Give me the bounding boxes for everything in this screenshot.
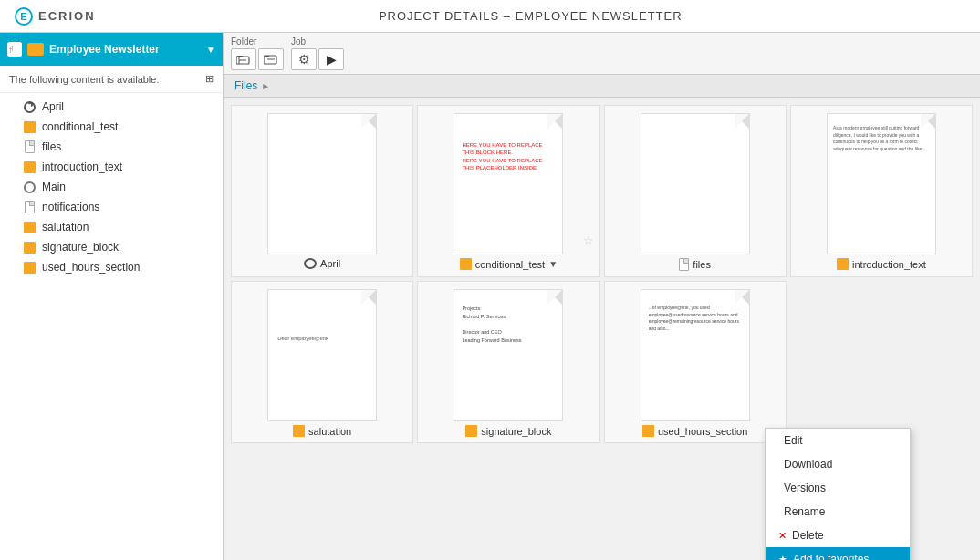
sidebar-item-main[interactable]: Main <box>0 177 223 197</box>
menu-item-versions-label: Versions <box>784 482 826 494</box>
file-icon <box>679 258 689 271</box>
file-dropdown-arrow[interactable]: ▼ <box>548 259 558 269</box>
file-item-salutation[interactable]: Dear employee@link salutation <box>231 281 413 443</box>
menu-item-favorites-label: Add to favorites <box>793 553 869 560</box>
box-orange-icon <box>293 425 305 437</box>
job-label: Job <box>291 36 306 47</box>
box-orange-icon <box>460 258 472 270</box>
notification-file-icon <box>22 200 36 214</box>
thumb-content: ...of employee@link, you used employee@u… <box>641 290 749 332</box>
file-thumbnail-used-hours: ...of employee@link, you used employee@u… <box>641 289 750 421</box>
box-orange-icon <box>22 260 36 275</box>
file-item-conditional-test[interactable]: HERE YOU HAVE TO REPLACE THIS BLOCK HERE… <box>417 105 599 277</box>
box-orange-icon <box>465 425 477 437</box>
menu-item-download-label: Download <box>784 458 832 471</box>
main-icon <box>22 180 36 194</box>
folder-toolbar-group: Folder <box>231 36 284 70</box>
thumb-content: Projects:Richard P. ServicesDirector and… <box>454 290 528 345</box>
box-orange-icon <box>22 119 36 134</box>
thumb-content: Dear employee@link <box>268 290 338 341</box>
sidebar-items-list: April conditional_test files <box>0 93 223 281</box>
file-grid-row2: Dear employee@link salutation Projects:R… <box>231 281 973 443</box>
sidebar-title: Employee Newsletter <box>49 43 201 56</box>
sidebar-item-label: April <box>42 100 64 113</box>
files-link[interactable]: Files <box>235 79 257 92</box>
file-item-empty <box>790 281 973 443</box>
box-orange-icon <box>642 425 654 437</box>
file-name-april: April <box>320 258 340 269</box>
job-buttons: ⚙ ▶ <box>291 48 344 70</box>
sidebar-item-notifications[interactable]: notifications <box>0 197 223 217</box>
job-toolbar-group: Job ⚙ ▶ <box>291 36 344 70</box>
context-menu: Edit Download Versions Rename ✕ Delete <box>765 428 911 560</box>
sidebar-header: ↑ Employee Newsletter ▼ <box>0 33 223 66</box>
folder-buttons <box>231 48 284 70</box>
file-item-april[interactable]: April <box>231 105 413 277</box>
thumb-content: As a modern employee still putting forwa… <box>828 114 935 152</box>
file-name-files: files <box>693 259 711 270</box>
menu-item-delete[interactable]: ✕ Delete <box>766 524 910 547</box>
menu-item-edit[interactable]: Edit <box>766 429 910 452</box>
menu-item-rename-label: Rename <box>784 505 825 518</box>
file-footer-files: files <box>612 258 778 271</box>
sidebar-dropdown-arrow[interactable]: ▼ <box>206 45 215 55</box>
box-orange-icon <box>837 258 849 270</box>
file-grid-container: April HERE YOU HAVE TO REPLACE THIS BLOC… <box>224 98 980 560</box>
files-breadcrumb: Files ► <box>224 75 980 98</box>
box-orange-icon <box>22 220 36 234</box>
file-footer-used-hours: used_hours_section <box>612 425 778 437</box>
logo-icon: E <box>15 7 33 26</box>
sidebar-item-label: signature_block <box>42 241 119 254</box>
sidebar-item-label: notifications <box>42 201 99 213</box>
cycle-icon <box>22 99 36 114</box>
sidebar-item-signature-block[interactable]: signature_block <box>0 237 223 257</box>
file-footer-conditional-test: conditional_test ▼ <box>425 258 591 270</box>
box-orange-icon <box>22 160 36 174</box>
menu-item-edit-label: Edit <box>784 434 803 447</box>
sidebar: ↑ Employee Newsletter ▼ The following co… <box>0 33 224 560</box>
sidebar-item-files[interactable]: files <box>0 137 223 157</box>
file-item-files[interactable]: files <box>604 105 787 277</box>
folder-settings-button[interactable] <box>258 48 284 70</box>
file-footer-introduction-text: introduction_text <box>798 258 964 270</box>
file-name-salutation: salutation <box>308 426 351 437</box>
grid-view-icon[interactable]: ⊞ <box>205 73 214 85</box>
file-item-used-hours[interactable]: ...of employee@link, you used employee@u… <box>604 281 787 443</box>
box-orange-icon <box>22 240 36 254</box>
logo-letter: E <box>20 11 26 22</box>
sidebar-item-label: used_hours_section <box>42 261 140 274</box>
content-area: Folder Job ⚙ ▶ Files <box>224 33 980 560</box>
menu-item-add-to-favorites[interactable]: ★ Add to favorites <box>766 547 910 560</box>
file-thumbnail-conditional-test: HERE YOU HAVE TO REPLACE THIS BLOCK HERE… <box>454 113 563 254</box>
sidebar-item-salutation[interactable]: salutation <box>0 217 223 237</box>
folder-open-button[interactable] <box>231 48 256 70</box>
logo: E ECRION <box>15 7 96 26</box>
file-thumbnail-files <box>641 113 750 254</box>
file-item-introduction-text[interactable]: As a modern employee still putting forwa… <box>790 105 973 277</box>
upload-icon: ↑ <box>7 42 22 57</box>
svg-rect-5 <box>265 56 269 57</box>
sidebar-item-label: salutation <box>42 221 89 233</box>
file-item-signature-block[interactable]: Projects:Richard P. ServicesDirector and… <box>417 281 599 443</box>
sidebar-item-conditional-test[interactable]: conditional_test <box>0 117 223 137</box>
menu-item-download[interactable]: Download <box>766 452 910 476</box>
delete-icon: ✕ <box>778 530 787 542</box>
thumb-content: HERE YOU HAVE TO REPLACE THIS BLOCK HERE… <box>454 114 562 172</box>
folder-label: Folder <box>231 36 256 47</box>
sidebar-item-introduction-text[interactable]: introduction_text <box>0 157 223 177</box>
file-star-conditional-test[interactable]: ☆ <box>583 233 594 247</box>
job-play-button[interactable]: ▶ <box>318 48 344 70</box>
favorites-icon: ★ <box>778 554 787 561</box>
sidebar-item-april[interactable]: April <box>0 97 223 117</box>
menu-item-versions[interactable]: Versions <box>766 476 910 500</box>
app-header: E ECRION Project Details – Employee News… <box>0 0 980 33</box>
folder-icon <box>27 43 44 56</box>
job-tools-button[interactable]: ⚙ <box>291 48 317 70</box>
toolbar: Folder Job ⚙ ▶ <box>224 33 980 75</box>
files-breadcrumb-arrow: ► <box>261 81 270 91</box>
menu-item-rename[interactable]: Rename <box>766 500 910 524</box>
file-thumbnail-introduction-text: As a modern employee still putting forwa… <box>827 113 936 254</box>
sidebar-item-label: files <box>42 140 61 153</box>
file-thumbnail-salutation: Dear employee@link <box>267 289 377 421</box>
sidebar-item-used-hours[interactable]: used_hours_section <box>0 257 223 277</box>
